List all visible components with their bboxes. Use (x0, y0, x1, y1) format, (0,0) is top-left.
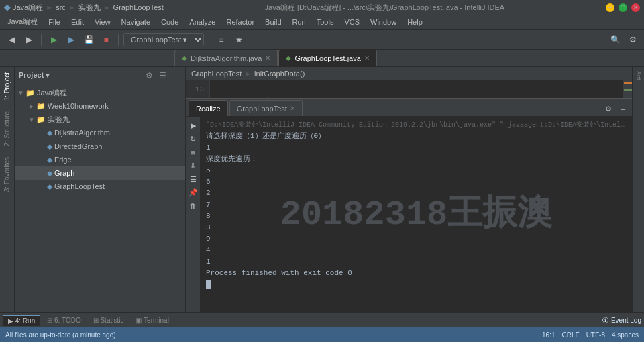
menu-view[interactable]: View (90, 17, 115, 27)
code-content[interactable]: */ public void initGraphData() { graph.p… (210, 80, 623, 98)
tab-dijkstra[interactable]: ◆ DijkstraAlgorithm.java ✕ (174, 50, 278, 66)
sidebar-title: Project ▾ (19, 71, 141, 80)
editor-area: GraphLoopTest ► initGraphData() 13 14 15… (186, 67, 632, 312)
run-line-exit: Process finished with exit code 0 (206, 268, 627, 279)
run-line-8: 8 (206, 211, 627, 222)
menu-analyze[interactable]: Analyze (184, 17, 220, 27)
toolbar-coverage-btn[interactable]: 💾 (81, 32, 96, 47)
footer-tab-terminal[interactable]: ▣ Terminal (130, 315, 174, 325)
footer-tab-todo[interactable]: ⊞ 6: TODO (42, 315, 86, 325)
tab-graphlooptest[interactable]: ◆ GraphLoopTest.java ✕ (278, 50, 376, 66)
menu-window[interactable]: Window (366, 17, 401, 27)
run-scroll-btn[interactable]: ⇩ (187, 160, 199, 172)
run-output[interactable]: 20182318王振澳 "D:\IDEA安装处\IntelliJ IDEA Co… (201, 117, 632, 312)
run-clear-btn[interactable]: 🗑 (187, 200, 199, 212)
menu-java[interactable]: Java编程 (3, 15, 42, 28)
tree-item-dijkstra[interactable]: ► ◆ DijkstraAlgorithm (15, 126, 185, 139)
bottom-panel-gear-btn[interactable]: ⚙ (602, 103, 614, 115)
run-rerun-btn[interactable]: ↻ (187, 133, 199, 145)
menu-refactor[interactable]: Refactor (221, 17, 259, 27)
breadcrumb-method[interactable]: initGraphData() (254, 70, 305, 78)
event-log-btn[interactable]: 🛈 Event Log (602, 317, 641, 324)
tree-item-directedgraph[interactable]: ► ◆ DirectedGraph (15, 139, 185, 153)
menu-file[interactable]: File (44, 17, 65, 27)
maximize-button[interactable]: □ (619, 3, 627, 12)
menu-help[interactable]: Help (402, 17, 427, 27)
close-button[interactable]: ✕ (631, 3, 640, 12)
menu-navigate[interactable]: Navigate (117, 17, 155, 27)
scroll-marker-2 (624, 89, 632, 91)
scroll-right (623, 80, 632, 98)
tab-dijkstra-close[interactable]: ✕ (265, 54, 270, 62)
run-filter-btn[interactable]: ☰ (187, 173, 199, 185)
run-stop-btn[interactable]: ■ (187, 146, 199, 158)
menu-code[interactable]: Code (156, 17, 183, 27)
class-icon-dijkstra: ◆ (47, 129, 52, 137)
toolbar-debug-btn[interactable]: ▶ (64, 32, 78, 47)
file-name-title[interactable]: GraphLoopTest (113, 3, 164, 11)
menu-vcs[interactable]: VCS (339, 17, 364, 27)
toolbar-stop-btn[interactable]: ■ (99, 32, 113, 47)
event-log-label: Event Log (611, 317, 641, 324)
minimize-button[interactable]: – (606, 3, 614, 12)
menu-tools[interactable]: Tools (312, 17, 339, 27)
status-encoding[interactable]: UTF-8 (586, 331, 605, 339)
footer-tab-run[interactable]: ▶ 4: Run (3, 315, 40, 326)
src-name[interactable]: src (56, 3, 66, 11)
status-message: All files are up-to-date (a minute ago) (5, 331, 116, 339)
run-cursor (206, 280, 211, 289)
toolbar-bookmark-btn[interactable]: ★ (231, 32, 246, 47)
tree-item-shijiu[interactable]: ▼ 📁 实验九 (15, 113, 185, 126)
status-indent[interactable]: 4 spaces (612, 331, 639, 339)
class-icon-directedgraph: ◆ (47, 142, 52, 151)
bottom-tab-realize[interactable]: Realize (189, 100, 228, 116)
menubar: Java编程 File Edit View Navigate Code Anal… (0, 15, 644, 30)
sidebar-minimize-btn[interactable]: – (170, 70, 181, 81)
run-start-btn[interactable]: ▶ (187, 119, 199, 131)
tree-item-week10[interactable]: ► 📁 Week10homework (15, 99, 185, 113)
tree-item-graphlooptest[interactable]: ► ◆ GraphLoopTest (15, 180, 185, 193)
tab-graphlooptest-icon: ◆ (286, 54, 291, 62)
toolbar-build-btn[interactable]: ▶ (46, 32, 61, 47)
class-icon-edge: ◆ (47, 156, 52, 164)
project-name[interactable]: Java编程 (13, 3, 43, 13)
bottom-tab-graphloop[interactable]: GraphLoopTest ✕ (229, 100, 303, 116)
bottom-panel-close-btn[interactable]: – (617, 103, 629, 115)
run-config-dropdown[interactable]: GraphLoopTest ▾ (123, 33, 204, 46)
run-line-cmd: "D:\IDEA安装处\IntelliJ IDEA Community Edit… (206, 119, 627, 131)
breadcrumb-class[interactable]: GraphLoopTest (191, 70, 241, 78)
menu-run[interactable]: Run (288, 17, 311, 27)
bottom-tab-realize-label: Realize (196, 105, 221, 113)
sidebar-settings-btn[interactable]: ⚙ (144, 70, 154, 81)
vtab-project[interactable]: 1: Project (1, 67, 13, 106)
tree-item-java[interactable]: ▼ 📁 Java编程 (15, 86, 185, 99)
status-position[interactable]: 16:1 (542, 331, 555, 339)
toolbar-forward-btn[interactable]: ▶ (21, 32, 36, 47)
toolbar-sep2 (118, 34, 119, 46)
line-numbers: 13 14 15 16 17 (186, 80, 210, 98)
toolbar-search-btn[interactable]: 🔍 (608, 32, 623, 47)
toolbar-back-btn[interactable]: ◀ (4, 32, 19, 47)
toolbar-more-btn[interactable]: ≡ (214, 32, 229, 47)
tab-dijkstra-icon: ◆ (182, 54, 187, 62)
menu-edit[interactable]: Edit (66, 17, 89, 27)
footer-tab-statistic[interactable]: ⊞ Statistic (88, 315, 129, 325)
run-pin-btn[interactable]: 📌 (187, 186, 199, 198)
event-log-icon: 🛈 (602, 317, 609, 324)
menu-build[interactable]: Build (260, 17, 286, 27)
tree-item-graph[interactable]: ► ◆ Graph (15, 166, 185, 180)
bottom-tab-graphloop-close[interactable]: ✕ (290, 105, 295, 112)
tree-item-edge[interactable]: ► ◆ Edge (15, 153, 185, 166)
toolbar-settings-btn[interactable]: ⚙ (625, 32, 640, 47)
status-right: 16:1 CRLF UTF-8 4 spaces (542, 331, 639, 339)
status-line-ending[interactable]: CRLF (562, 331, 580, 339)
tree-label-java: Java编程 (37, 88, 67, 98)
vtab-structure[interactable]: 2: Structure (1, 106, 13, 152)
tree-label-directedgraph: DirectedGraph (54, 142, 103, 150)
vtab-favorites[interactable]: 3: Favorites (1, 152, 13, 197)
tab-graphlooptest-close[interactable]: ✕ (364, 54, 370, 62)
experiment-name[interactable]: 实验九 (78, 3, 101, 13)
vtab-right-ant[interactable]: Ant (634, 67, 643, 84)
sidebar-layout-btn[interactable]: ☰ (157, 70, 168, 81)
expand-arrow-java: ▼ (17, 89, 24, 97)
